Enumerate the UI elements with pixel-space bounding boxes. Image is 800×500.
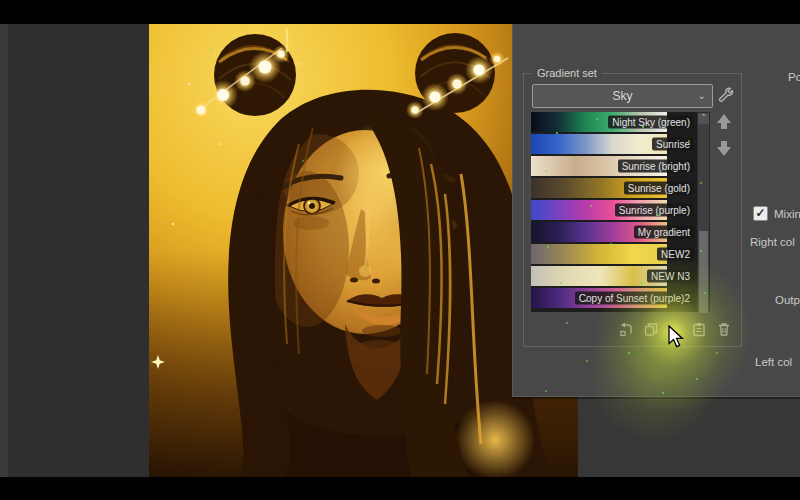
gradient-item-label: NEW2 (657, 248, 694, 261)
arrow-down-icon (717, 141, 731, 156)
background-panel (578, 397, 800, 477)
gradient-item-label: NEW N3 (647, 270, 694, 283)
gradient-list-item[interactable]: NEW2 (531, 244, 697, 264)
new-gradient-icon (618, 321, 634, 338)
scrollbar-thumb[interactable] (699, 231, 708, 313)
copy-icon (643, 321, 659, 338)
right-color-label: Right col (750, 236, 795, 248)
gradient-list-item[interactable]: Sunrise (531, 134, 697, 154)
group-label: Gradient set (532, 66, 602, 80)
copy-gradient-button[interactable] (643, 321, 659, 338)
gradient-list-item[interactable]: Copy of Sunset (purple)2 (531, 288, 697, 308)
paste-gradient-button[interactable] (691, 321, 707, 338)
gradient-swatch (531, 134, 667, 154)
gradient-list-item[interactable]: Sunrise (bright) (531, 156, 697, 176)
arrow-up-icon (717, 114, 731, 129)
gradient-list-scrollbar[interactable] (697, 112, 710, 312)
bottom-letterbox-bar (0, 477, 800, 500)
gradient-item-label: Night Sky (green) (608, 116, 694, 129)
chevron-down-icon: ⌄ (698, 85, 706, 107)
app-window: Gradient set Sky ⌄ Night Sky (green) Sun… (0, 0, 800, 500)
move-down-button[interactable] (717, 141, 731, 156)
move-up-button[interactable] (717, 114, 731, 129)
gradient-list[interactable]: Night Sky (green) Sunrise Sunrise (brigh… (531, 112, 697, 312)
gradient-list-item[interactable]: Sunrise (gold) (531, 178, 697, 198)
gradient-list-item[interactable]: NEW N3 (531, 266, 697, 286)
gradient-item-label: Sunrise (bright) (618, 160, 694, 173)
mixing-checkbox[interactable] (753, 206, 768, 221)
mixing-label: Mixing (774, 208, 800, 220)
left-color-label: Left col (755, 356, 792, 368)
gradient-list-item[interactable]: Night Sky (green) (531, 112, 697, 132)
dropdown-value: Sky (612, 89, 632, 103)
left-edge-strip (0, 24, 8, 477)
gradient-item-label: My gradient (634, 226, 694, 239)
wrench-icon (715, 84, 737, 106)
gradient-list-item[interactable]: My gradient (531, 222, 697, 242)
position-label: Po (788, 71, 800, 83)
gradient-item-label: Sunrise (gold) (624, 182, 694, 195)
clipboard-icon (691, 321, 707, 338)
top-letterbox-bar (0, 0, 800, 24)
trash-icon (716, 321, 732, 338)
gradient-settings-button[interactable] (715, 84, 737, 106)
scroll-up-button[interactable] (698, 113, 709, 124)
gradient-swatch (531, 244, 667, 264)
gradient-item-label: Sunrise (652, 138, 694, 151)
delete-gradient-button[interactable] (716, 321, 732, 338)
gradient-item-label: Copy of Sunset (purple)2 (575, 292, 694, 305)
gradient-list-item[interactable]: Sunrise (purple) (531, 200, 697, 220)
output-label: Outpu (775, 294, 800, 306)
gradient-item-label: Sunrise (purple) (615, 204, 694, 217)
new-gradient-button[interactable] (618, 321, 634, 338)
gradient-dialog: Gradient set Sky ⌄ Night Sky (green) Sun… (512, 24, 800, 397)
gradient-set-dropdown[interactable]: Sky ⌄ (532, 84, 713, 108)
